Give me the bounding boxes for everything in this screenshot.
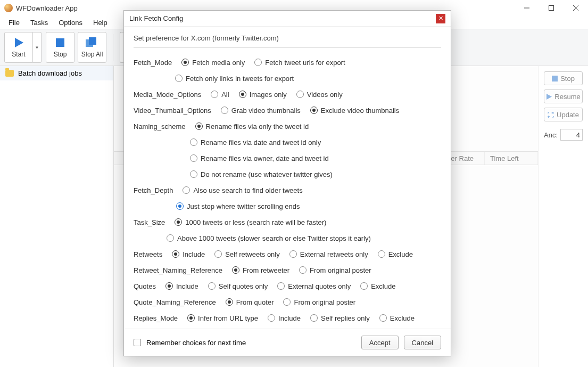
label-media-mode: Media_Mode_Options — [134, 91, 201, 99]
svg-rect-5 — [56, 38, 64, 47]
svg-marker-12 — [548, 116, 550, 118]
right-panel: Stop Resume Update Anc: — [538, 66, 588, 367]
panel-update-button[interactable]: Update — [544, 108, 583, 121]
folder-icon — [5, 70, 14, 77]
accept-button[interactable]: Accept — [361, 336, 399, 349]
play-icon — [546, 94, 552, 100]
menu-tasks[interactable]: Tasks — [25, 17, 53, 28]
label-retweets: Retweets — [134, 250, 162, 258]
radio-use-search-older[interactable]: Also use search to find older tweets — [183, 186, 302, 194]
radio-1000-or-less[interactable]: 1000 tweets or less (search rate will be… — [175, 218, 326, 226]
sidebar-item-batch-jobs[interactable]: Batch download jobs — [0, 66, 113, 80]
sidebar: Batch download jobs — [0, 66, 114, 367]
radio-from-original-poster-rt[interactable]: From original poster — [299, 266, 371, 274]
window-minimize-button[interactable] — [515, 0, 539, 16]
radio-media-videos-only[interactable]: Videos only — [296, 91, 343, 99]
radio-quotes-external[interactable]: External quotes only — [277, 282, 351, 290]
radio-fetch-tweet-urls[interactable]: Fetch tweet urls for export — [254, 59, 345, 67]
radio-replies-infer[interactable]: Infer from URL type — [187, 314, 258, 322]
svg-marker-4 — [15, 38, 23, 47]
radio-exclude-thumbnails[interactable]: Exclude video thumbnails — [310, 107, 399, 115]
cancel-button[interactable]: Cancel — [404, 336, 441, 349]
stop-icon — [53, 37, 68, 48]
radio-stop-scrolling-ends[interactable]: Just stop where twitter scrolling ends — [176, 202, 300, 210]
radio-from-original-poster-q[interactable]: From original poster — [283, 298, 355, 306]
radio-grab-thumbnails[interactable]: Grab video thumbnails — [221, 107, 301, 115]
label-fetch-mode: Fetch_Mode — [134, 59, 172, 67]
radio-retweets-exclude[interactable]: Exclude — [378, 250, 413, 258]
menu-help[interactable]: Help — [88, 17, 113, 28]
label-fetch-depth: Fetch_Depth — [134, 186, 173, 194]
radio-rename-tweet-id[interactable]: Rename files via only the tweet id — [195, 123, 309, 131]
col-time-left[interactable]: Time Left — [485, 152, 538, 165]
panel-resume-button[interactable]: Resume — [544, 89, 583, 103]
radio-rename-owner-date-id[interactable]: Rename files via owner, date and tweet i… — [190, 154, 329, 162]
link-fetch-config-dialog: Link Fetch Config ✕ Set preference for X… — [123, 10, 451, 356]
radio-from-retweeter[interactable]: From retweeter — [232, 266, 289, 274]
menu-options[interactable]: Options — [53, 17, 88, 28]
label-replies: Replies_Mode — [134, 314, 178, 322]
radio-retweets-external[interactable]: External retweets only — [289, 250, 368, 258]
dialog-title: Link Fetch Config — [129, 14, 183, 22]
stop-button[interactable]: Stop — [46, 32, 74, 63]
stop-icon — [552, 76, 558, 81]
radio-replies-exclude[interactable]: Exclude — [379, 314, 415, 322]
label-naming: Naming_scheme — [134, 123, 186, 131]
svg-rect-9 — [552, 76, 558, 81]
app-icon — [4, 4, 13, 12]
svg-marker-10 — [546, 94, 552, 100]
label-quotes: Quotes — [134, 282, 156, 290]
radio-above-1000[interactable]: Above 1000 tweets (slower search or else… — [167, 234, 371, 242]
radio-quotes-include[interactable]: Include — [165, 282, 198, 290]
radio-quotes-self[interactable]: Self quotes only — [208, 282, 268, 290]
svg-marker-11 — [551, 112, 553, 114]
radio-media-images-only[interactable]: Images only — [239, 91, 287, 99]
dialog-close-button[interactable]: ✕ — [436, 14, 445, 23]
window-close-button[interactable] — [564, 0, 588, 16]
remember-checkbox[interactable] — [134, 339, 141, 346]
refresh-icon — [548, 112, 554, 118]
dialog-subtitle: Set preference for X.com (formerly Twitt… — [134, 34, 441, 42]
dialog-titlebar: Link Fetch Config ✕ — [124, 11, 451, 27]
radio-replies-self[interactable]: Self replies only — [310, 314, 370, 322]
start-button[interactable]: Start — [4, 32, 33, 63]
anc-label: Anc: — [544, 131, 558, 139]
radio-retweets-include[interactable]: Include — [172, 250, 205, 258]
label-quote-ref: Quote_Naming_Reference — [134, 298, 216, 306]
radio-rename-date-tweet-id[interactable]: Rename files via date and tweet id only — [190, 138, 321, 146]
radio-retweets-self[interactable]: Self retweets only — [214, 250, 280, 258]
radio-quotes-exclude[interactable]: Exclude — [360, 282, 395, 290]
panel-stop-button[interactable]: Stop — [544, 71, 583, 85]
start-dropdown[interactable]: ▼ — [33, 32, 42, 63]
toolbar-separator — [113, 34, 113, 61]
radio-replies-include[interactable]: Include — [268, 314, 301, 322]
stop-all-button[interactable]: Stop All — [78, 32, 106, 63]
play-icon — [11, 37, 26, 48]
radio-media-all[interactable]: All — [211, 91, 229, 99]
remember-label: Remember choices for next time — [146, 339, 246, 347]
radio-do-not-rename[interactable]: Do not rename (use whatever twitter give… — [190, 170, 333, 178]
radio-fetch-media-only[interactable]: Fetch media only — [181, 59, 245, 67]
label-task-size: Task_Size — [134, 218, 165, 226]
radio-fetch-links-in-tweets[interactable]: Fetch only links in tweets for export — [175, 75, 294, 83]
menu-file[interactable]: File — [3, 17, 25, 28]
label-retweet-ref: Retweet_Naming_Reference — [134, 266, 222, 274]
svg-rect-7 — [89, 37, 96, 45]
stop-all-icon — [85, 37, 100, 48]
label-video-thumb: Video_Thumbail_Options — [134, 107, 211, 115]
svg-rect-1 — [549, 6, 554, 11]
radio-from-quoter[interactable]: From quoter — [226, 298, 274, 306]
anc-input[interactable] — [560, 129, 583, 141]
window-maximize-button[interactable] — [539, 0, 564, 16]
